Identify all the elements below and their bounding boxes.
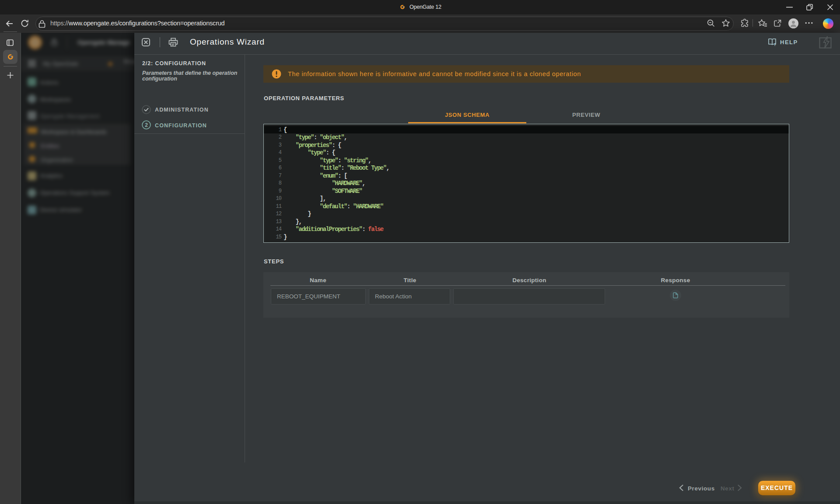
svg-text:?: ? [774, 42, 777, 46]
svg-text:2: 2 [145, 122, 148, 128]
